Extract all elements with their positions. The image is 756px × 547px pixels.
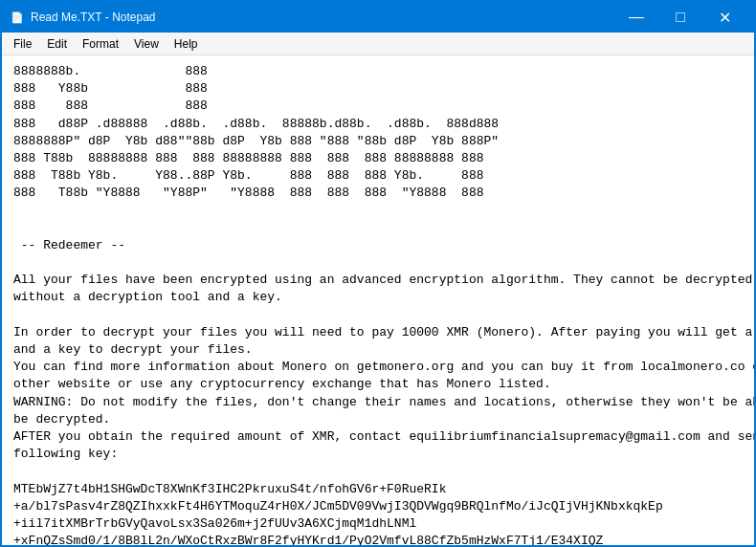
text-editor-area[interactable]: 8888888b. 888 888 Y88b 888 888 888 888 8… xyxy=(2,55,754,545)
menu-view[interactable]: View xyxy=(126,35,167,53)
menu-format[interactable]: Format xyxy=(75,35,126,53)
maximize-button[interactable]: □ xyxy=(658,2,702,33)
title-bar: 📄 Read Me.TXT - Notepad — □ ✕ xyxy=(2,2,754,33)
menu-help[interactable]: Help xyxy=(167,35,206,53)
window-icon: 📄 xyxy=(10,10,25,25)
minimize-button[interactable]: — xyxy=(614,2,658,33)
menu-bar: File Edit Format View Help xyxy=(2,33,754,55)
menu-edit[interactable]: Edit xyxy=(39,35,75,53)
window-controls: — □ ✕ xyxy=(614,2,746,33)
window-title: Read Me.TXT - Notepad xyxy=(31,11,614,24)
close-button[interactable]: ✕ xyxy=(702,2,746,33)
notepad-window: 📄 Read Me.TXT - Notepad — □ ✕ File Edit … xyxy=(0,0,756,547)
file-content: 8888888b. 888 888 Y88b 888 888 888 888 8… xyxy=(13,63,743,545)
menu-file[interactable]: File xyxy=(6,35,39,53)
